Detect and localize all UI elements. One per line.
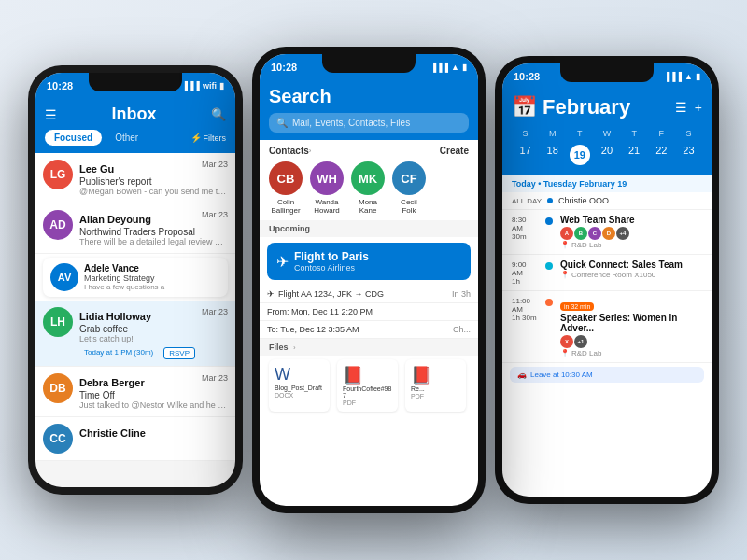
email-item[interactable]: LG Lee Gu Mar 23 Publisher's report @Meg… bbox=[35, 153, 235, 203]
event-location-1: 📍 R&D Lab bbox=[560, 241, 702, 249]
status-time-left: 10:28 bbox=[47, 80, 73, 91]
event-detail-right: In 3h bbox=[452, 289, 471, 299]
attendee-dot: C bbox=[588, 227, 601, 240]
location-icon-3: 📍 bbox=[560, 349, 570, 357]
phone-inbox: 10:28 ▐▐▐ wifi ▮ ☰ Inbox 🔍 Focused Other bbox=[28, 65, 243, 495]
cal-date-18[interactable]: 18 bbox=[539, 142, 566, 168]
word-icon: W bbox=[275, 365, 324, 385]
email-name: Lidia Holloway bbox=[79, 311, 151, 322]
cal-date-21[interactable]: 21 bbox=[621, 142, 648, 168]
inbox-title-row: ☰ Inbox 🔍 bbox=[45, 105, 226, 124]
email-item[interactable]: AD Allan Deyoung Mar 23 Northwind Trader… bbox=[35, 203, 235, 254]
status-icons-mid: ▐▐▐ ▲ ▮ bbox=[430, 63, 467, 72]
file-card[interactable]: W Blog_Post_Draft DOCX bbox=[269, 359, 330, 412]
tab-other[interactable]: Other bbox=[107, 130, 146, 146]
allday-event-row: ALL DAY Christie OOO bbox=[502, 192, 712, 210]
calendar-event-row[interactable]: 8:30 AM 30m Web Team Share A B C D +4 bbox=[502, 210, 712, 255]
avatar: DB bbox=[43, 373, 73, 403]
battery-icon-mid: ▮ bbox=[462, 63, 467, 72]
today-banner: Today • Tuesday February 19 bbox=[502, 175, 712, 192]
search-icon-inbox[interactable]: 🔍 bbox=[211, 107, 226, 121]
email-name: Christie Cline bbox=[79, 427, 146, 439]
file-type: DOCX bbox=[275, 392, 324, 399]
inbox-filter-row: Focused Other ⚡ Filters bbox=[45, 130, 226, 146]
event-subtitle: Contoso Airlines bbox=[294, 263, 369, 273]
add-event-icon[interactable]: + bbox=[695, 100, 702, 115]
allday-label: ALL DAY bbox=[512, 197, 542, 205]
location-icon-2: 📍 bbox=[560, 271, 570, 279]
cal-date-17[interactable]: 17 bbox=[512, 142, 539, 168]
hamburger-icon[interactable]: ☰ bbox=[45, 107, 57, 122]
event-time-text-1: 8:30 AM bbox=[512, 216, 538, 232]
cal-date-22[interactable]: 22 bbox=[648, 142, 675, 168]
day-label-t2: T bbox=[621, 127, 648, 140]
email-subject: Grab coffee bbox=[79, 324, 228, 334]
calendar-event-row[interactable]: 11:00 AM 1h 30m in 32 min Speaker Series… bbox=[502, 291, 712, 363]
inbox-screen: 10:28 ▐▐▐ wifi ▮ ☰ Inbox 🔍 Focused Other bbox=[35, 73, 235, 487]
search-placeholder: Mail, Events, Contacts, Files bbox=[292, 118, 410, 128]
create-label[interactable]: Create bbox=[440, 146, 469, 156]
tab-focused[interactable]: Focused bbox=[45, 130, 102, 146]
contact-name: CecilFolk bbox=[401, 198, 417, 215]
status-icons-right: ▐▐▐ ▲ ▮ bbox=[664, 72, 700, 81]
file-name: Blog_Post_Draft bbox=[275, 385, 324, 391]
phone-calendar: 10:28 ▐▐▐ ▲ ▮ 📅 February ☰ + bbox=[495, 56, 719, 504]
upcoming-section-header: Upcoming bbox=[260, 220, 478, 237]
signal-icon-mid: ▐▐▐ bbox=[430, 63, 448, 72]
event-content-3: in 32 min Speaker Series: Women in Adver… bbox=[560, 296, 702, 357]
contact-item[interactable]: CF CecilFolk bbox=[392, 161, 426, 215]
in32min-badge: in 32 min bbox=[560, 302, 594, 311]
contact-avatar: MK bbox=[351, 161, 385, 195]
file-name: Re... bbox=[411, 385, 460, 392]
file-card[interactable]: 📕 Re... PDF bbox=[405, 359, 466, 412]
event-time-text-3: 11:00 AM bbox=[512, 297, 538, 314]
contact-item[interactable]: MK MonaKane bbox=[351, 161, 385, 215]
file-card[interactable]: 📕 FourthCoffee#987 PDF bbox=[337, 359, 398, 412]
attendee-dot: X bbox=[560, 335, 573, 348]
cal-date-19-today[interactable]: 19 bbox=[566, 142, 593, 168]
event-detail-ch: Ch... bbox=[453, 325, 471, 334]
email-date: Mar 23 bbox=[202, 160, 228, 169]
day-label-s2: S bbox=[675, 127, 702, 140]
chevron-right-icon: › bbox=[309, 147, 312, 155]
list-view-icon[interactable]: ☰ bbox=[675, 100, 687, 115]
calendar-screen: 10:28 ▐▐▐ ▲ ▮ 📅 February ☰ + bbox=[502, 63, 712, 497]
email-event-row: Today at 1 PM (30m) RSVP bbox=[79, 345, 228, 359]
inbox-header: ☰ Inbox 🔍 Focused Other ⚡ Filters bbox=[35, 99, 235, 153]
filter-button[interactable]: ⚡ Filters bbox=[190, 133, 227, 143]
event-card[interactable]: ✈ Flight to Paris Contoso Airlines bbox=[267, 243, 471, 280]
day-label-t1: T bbox=[566, 127, 593, 140]
search-bar[interactable]: 🔍 Mail, Events, Contacts, Files bbox=[269, 113, 469, 133]
email-item[interactable]: CC Christie Cline bbox=[35, 417, 235, 461]
email-name: Allan Deyoung bbox=[79, 214, 151, 225]
location-text-2: Conference Room X1050 bbox=[571, 271, 655, 279]
file-type: PDF bbox=[343, 399, 392, 406]
email-date: Mar 23 bbox=[202, 373, 228, 383]
rsvp-button[interactable]: RSVP bbox=[163, 347, 195, 359]
wifi-icon-mid: ▲ bbox=[451, 63, 459, 72]
event-detail-text: Flight AA 1234, JFK → CDG bbox=[278, 289, 384, 299]
location-text-1: R&D Lab bbox=[571, 241, 601, 249]
cal-date-23[interactable]: 23 bbox=[675, 142, 702, 168]
email-item[interactable]: LH Lidia Holloway Mar 23 Grab coffee Let… bbox=[35, 301, 235, 367]
calendar-body: Today • Tuesday February 19 ALL DAY Chri… bbox=[502, 175, 712, 383]
status-time-right: 10:28 bbox=[514, 71, 540, 82]
pdf-icon: 📕 bbox=[343, 365, 392, 385]
day-label-f: F bbox=[648, 127, 675, 140]
calendar-event-row[interactable]: 9:00 AM 1h Quick Connect: Sales Team 📍 C… bbox=[502, 255, 712, 291]
contact-item[interactable]: WH WandaHoward bbox=[310, 161, 344, 215]
email-item[interactable]: DB Debra Berger Mar 23 Time Off Just tal… bbox=[35, 367, 235, 417]
inline-notification-card[interactable]: AV Adele Vance Marketing Strategy I have… bbox=[43, 258, 228, 297]
flight-icon: ✈ bbox=[267, 289, 275, 299]
avatar: CC bbox=[43, 424, 73, 454]
cal-dates-row: 17 18 19 20 21 22 23 bbox=[512, 142, 702, 168]
event-attendees-1: A B C D +4 bbox=[560, 227, 702, 240]
email-header: Debra Berger Mar 23 bbox=[79, 373, 228, 390]
event-time-3: 11:00 AM 1h 30m bbox=[512, 296, 538, 322]
contact-item[interactable]: CB ColinBallinger bbox=[269, 161, 303, 215]
contact-name: WandaHoward bbox=[314, 198, 340, 215]
cal-date-20[interactable]: 20 bbox=[593, 142, 620, 168]
leave-banner: 🚗 Leave at 10:30 AM bbox=[510, 367, 704, 383]
calendar-header: 📅 February ☰ + S M T W T F S bbox=[502, 90, 712, 175]
search-screen: 10:28 ▐▐▐ ▲ ▮ Search 🔍 Mail, Events, Con… bbox=[260, 54, 478, 506]
